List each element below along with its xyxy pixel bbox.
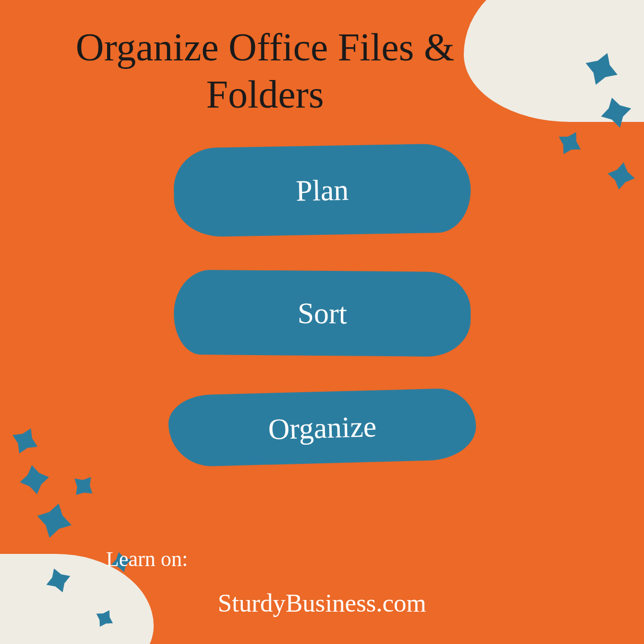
step-label: Organize	[268, 409, 377, 446]
footer: Learn on: SturdyBusiness.com	[0, 546, 644, 617]
step-label: Plan	[295, 173, 349, 208]
step-item-organize: Organize	[167, 387, 477, 467]
footer-lead-text: Learn on:	[0, 546, 644, 571]
page-title: Organize Office Files & Folders	[27, 24, 504, 118]
footer-site-text: SturdyBusiness.com	[0, 588, 644, 617]
step-item-plan: Plan	[173, 143, 471, 237]
step-label: Sort	[297, 296, 347, 331]
step-item-sort: Sort	[173, 270, 471, 357]
plus-icon	[13, 458, 56, 501]
plus-icon	[27, 493, 82, 548]
plus-icon	[63, 466, 104, 507]
steps-list: Plan Sort Organize	[0, 146, 644, 463]
